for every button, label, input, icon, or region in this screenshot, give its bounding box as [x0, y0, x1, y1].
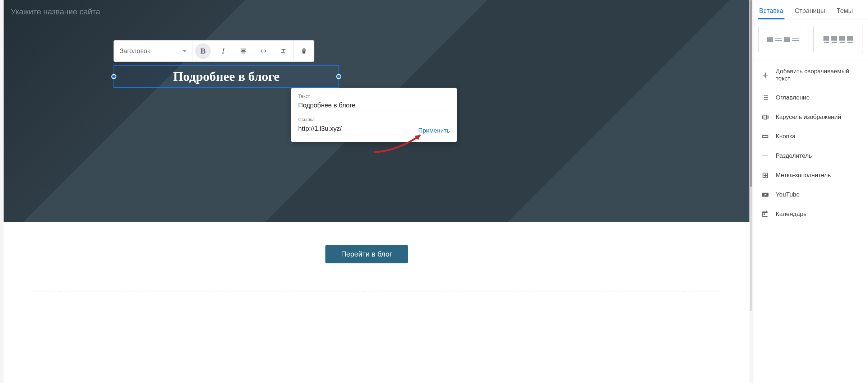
bold-button[interactable]: B: [195, 43, 211, 59]
clear-format-icon: [280, 47, 287, 55]
link-button[interactable]: [253, 41, 273, 61]
tab-themes[interactable]: Темы: [835, 3, 854, 19]
selected-text-content[interactable]: Подробнее в блоге: [118, 69, 335, 84]
insert-divider[interactable]: Разделитель: [753, 146, 868, 166]
canvas: Укажите название сайта Заголовок B I: [4, 0, 749, 383]
collapsible-text-icon: [761, 71, 769, 79]
insert-toc[interactable]: Оглавление: [753, 88, 868, 107]
link-url-input[interactable]: [298, 124, 415, 134]
right-sidebar: Вставка Страницы Темы Добавить сворачива…: [753, 0, 868, 383]
insert-item-label: Добавить сворачиваемый текст: [776, 68, 860, 82]
insert-item-label: Метка-заполнитель: [776, 172, 831, 179]
carousel-icon: [761, 113, 769, 121]
resize-handle-right[interactable]: [336, 74, 341, 79]
insert-youtube[interactable]: YouTube: [753, 185, 868, 204]
canvas-scrollbar[interactable]: [750, 0, 752, 311]
insert-collapsible-text[interactable]: Добавить сворачиваемый текст: [753, 62, 868, 88]
link-popup: Текст Ссылка Применить: [291, 88, 457, 142]
italic-button[interactable]: I: [213, 41, 233, 61]
insert-calendar[interactable]: Календарь: [753, 204, 868, 224]
insert-item-label: Кнопка: [776, 133, 795, 140]
placeholder-icon: [761, 171, 769, 179]
layout-presets: [753, 19, 868, 60]
link-url-label: Ссылка: [298, 117, 450, 122]
link-text-input[interactable]: [298, 100, 450, 111]
insert-button[interactable]: Кнопка: [753, 127, 868, 146]
toc-icon: [761, 94, 769, 102]
insert-item-label: YouTube: [776, 191, 800, 198]
resize-handle-left[interactable]: [111, 74, 116, 79]
youtube-icon: [761, 191, 769, 199]
link-text-label: Текст: [298, 93, 450, 99]
align-center-icon: [239, 47, 247, 55]
canvas-scrollbar-thumb[interactable]: [750, 0, 752, 187]
editor-main: Укажите название сайта Заголовок B I: [0, 0, 753, 383]
sidebar-tabs: Вставка Страницы Темы: [753, 0, 868, 19]
insert-item-label: Карусель изображений: [776, 114, 841, 121]
blog-button[interactable]: Перейти в блог: [325, 245, 408, 263]
apply-link-button[interactable]: Применить: [418, 127, 450, 134]
layout-preset-1[interactable]: [758, 26, 808, 53]
divider-icon: [761, 152, 769, 160]
insert-carousel[interactable]: Карусель изображений: [753, 107, 868, 127]
align-button[interactable]: [233, 41, 253, 61]
text-toolbar: Заголовок B I: [114, 40, 314, 62]
tab-insert[interactable]: Вставка: [758, 3, 785, 19]
insert-item-label: Календарь: [776, 211, 807, 218]
heading-style-label: Заголовок: [120, 47, 150, 55]
calendar-icon: [761, 210, 769, 218]
heading-style-dropdown[interactable]: Заголовок: [114, 41, 193, 61]
section-separator: [33, 291, 720, 291]
layout-preset-2[interactable]: [813, 26, 863, 53]
insert-list: Добавить сворачиваемый текст Оглавление …: [753, 60, 868, 383]
insert-item-label: Оглавление: [776, 94, 810, 101]
site-name-placeholder[interactable]: Укажите название сайта: [11, 7, 742, 17]
delete-button[interactable]: [294, 41, 314, 61]
selected-text-box[interactable]: Подробнее в блоге: [114, 65, 339, 88]
button-icon: [761, 133, 769, 140]
trash-icon: [300, 47, 308, 55]
insert-item-label: Разделитель: [776, 152, 812, 160]
insert-placeholder[interactable]: Метка-заполнитель: [753, 166, 868, 185]
clear-format-button[interactable]: [273, 41, 294, 61]
link-icon: [259, 47, 267, 55]
tab-pages[interactable]: Страницы: [793, 3, 827, 19]
